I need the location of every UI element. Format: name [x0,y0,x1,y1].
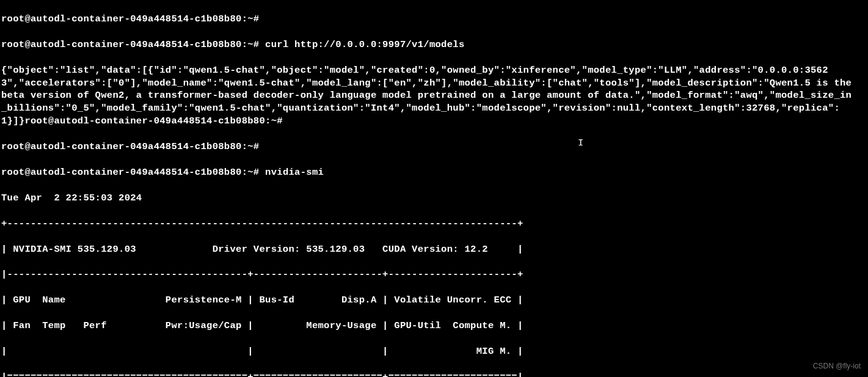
prompt-line: root@autodl-container-049a448514-c1b08b8… [1,13,867,26]
prompt-line: root@autodl-container-049a448514-c1b08b8… [1,141,867,153]
curl-command: curl http://0.0.0.0:9997/v1/models [265,39,464,50]
smi-header: | GPU Name Persistence-M | Bus-Id Disp.A… [1,294,867,307]
terminal-output[interactable]: root@autodl-container-049a448514-c1b08b8… [0,0,868,377]
prompt-line: root@autodl-container-049a448514-c1b08b8… [1,166,867,179]
nvidia-smi-command: nvidia-smi [265,167,324,178]
text-caret-icon: I [578,137,584,150]
smi-header: | Fan Temp Perf Pwr:Usage/Cap | Memory-U… [1,320,867,332]
prompt-line: root@autodl-container-049a448514-c1b08b8… [1,38,867,51]
smi-sep: |---------------------------------------… [1,268,867,281]
smi-border: +---------------------------------------… [1,218,867,230]
smi-sep: |=======================================… [1,371,867,377]
smi-version: | NVIDIA-SMI 535.129.03 Driver Version: … [1,243,867,256]
watermark-text: CSDN @fly-iot [813,361,861,371]
nvidia-date: Tue Apr 2 22:55:03 2024 [1,192,867,205]
curl-response-json: {"object":"list","data":[{"id":"qwen1.5-… [1,64,856,128]
smi-header: | | | MIG M. | [1,345,867,358]
